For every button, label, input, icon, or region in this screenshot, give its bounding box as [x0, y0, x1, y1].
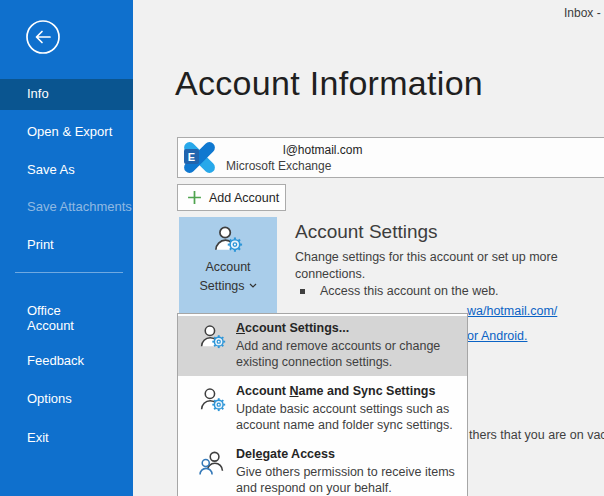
- sidebar-item-label: Info: [27, 86, 49, 101]
- sidebar-item-label: Open & Export: [27, 124, 112, 139]
- page-title: Account Information: [175, 64, 483, 103]
- person-gear-icon: [199, 321, 236, 370]
- tile-label: Account Settings: [179, 259, 277, 294]
- plus-icon: [187, 190, 202, 205]
- window-title: Inbox -: [564, 6, 601, 20]
- account-selector[interactable]: l@hotmail.com Microsoft Exchange: [177, 137, 604, 178]
- back-button[interactable]: [25, 19, 61, 55]
- menu-item-description: Add and remove accounts or change existi…: [236, 339, 440, 370]
- account-email: l@hotmail.com: [283, 143, 363, 157]
- sidebar: Info Open & Export Save As Save Attachme…: [0, 0, 133, 496]
- sidebar-item-label: Office Account: [27, 303, 99, 333]
- account-settings-tile-button[interactable]: Account Settings: [179, 217, 277, 313]
- sidebar-divider: [15, 272, 123, 273]
- sidebar-item-save-attachments: Save Attachments: [0, 192, 133, 222]
- bullet-icon: [300, 289, 305, 294]
- sidebar-item-info[interactable]: Info: [0, 79, 133, 110]
- menu-item-title: Account Settings...: [236, 321, 440, 336]
- add-account-label: Add Account: [209, 191, 279, 205]
- person-gear-icon: [213, 225, 243, 255]
- two-people-icon: [199, 447, 236, 496]
- sidebar-item-label: Feedback: [27, 353, 84, 368]
- person-gear-icon: [199, 384, 236, 433]
- sidebar-item-print[interactable]: Print: [0, 230, 133, 260]
- tile-label-line1: Account: [205, 260, 250, 274]
- sidebar-item-save-as[interactable]: Save As: [0, 155, 133, 185]
- bullet-text: Access this account on the web.: [320, 284, 499, 298]
- menu-item-title: Delegate Access: [236, 447, 455, 462]
- sidebar-item-label: Save As: [27, 162, 75, 177]
- section-description-line2: connections.: [295, 266, 558, 283]
- tile-label-line2: Settings: [199, 279, 244, 293]
- sidebar-item-label: Save Attachments: [27, 199, 132, 214]
- sidebar-item-label: Options: [27, 391, 72, 406]
- sidebar-item-exit[interactable]: Exit: [0, 423, 133, 453]
- chevron-down-icon: [249, 283, 257, 288]
- menu-item-account-settings[interactable]: Account Settings... Add and remove accou…: [178, 316, 467, 376]
- menu-item-account-name-sync[interactable]: Account Name and Sync Settings Update ba…: [178, 379, 467, 439]
- menu-item-description: Give others permission to receive items …: [236, 465, 455, 496]
- add-account-button[interactable]: Add Account: [177, 184, 286, 211]
- menu-item-title: Account Name and Sync Settings: [236, 384, 453, 399]
- sidebar-item-office-account[interactable]: Office Account: [0, 296, 133, 340]
- exchange-logo-icon: [183, 141, 216, 174]
- outlook-backstage-view: Inbox - Info Open & Export Save As Save …: [0, 0, 604, 496]
- sidebar-item-options[interactable]: Options: [0, 384, 133, 414]
- section-heading: Account Settings: [295, 221, 438, 243]
- bullet-item: Access this account on the web.: [300, 284, 499, 298]
- menu-item-delegate-access[interactable]: Delegate Access Give others permission t…: [178, 442, 467, 496]
- section-description: Change settings for this account or set …: [295, 249, 558, 283]
- android-link[interactable]: or Android.: [467, 329, 527, 343]
- menu-item-description: Update basic account settings such as ac…: [236, 402, 453, 433]
- sidebar-item-feedback[interactable]: Feedback: [0, 346, 133, 376]
- account-provider: Microsoft Exchange: [226, 159, 331, 173]
- background-text-fragment: thers that you are on vacat: [469, 428, 604, 442]
- back-arrow-icon: [25, 19, 61, 55]
- account-settings-dropdown-menu: Account Settings... Add and remove accou…: [177, 313, 468, 496]
- section-description-line1: Change settings for this account or set …: [295, 249, 558, 266]
- owa-link[interactable]: wa/hotmail.com/: [467, 304, 557, 318]
- sidebar-item-open-export[interactable]: Open & Export: [0, 117, 133, 147]
- sidebar-item-label: Exit: [27, 430, 49, 445]
- sidebar-item-label: Print: [27, 237, 54, 252]
